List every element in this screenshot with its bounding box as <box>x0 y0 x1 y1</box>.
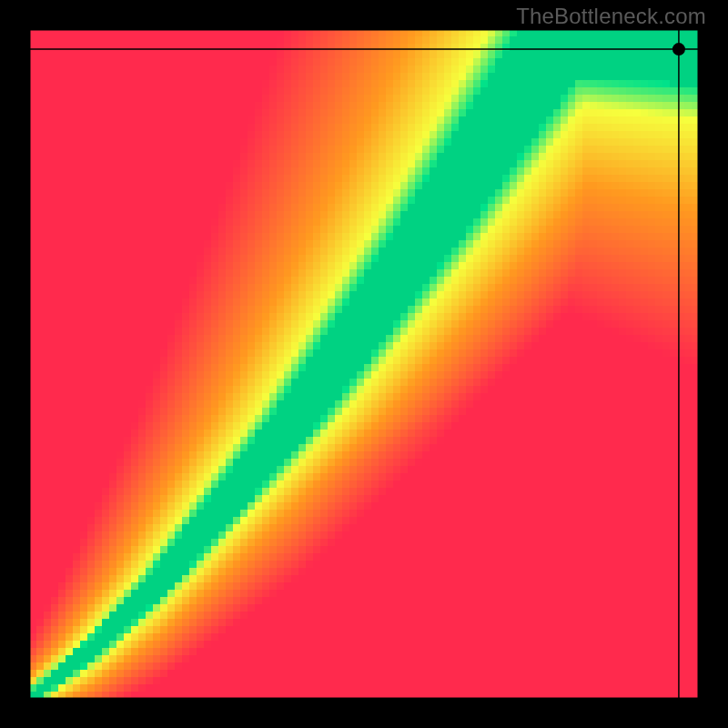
heatmap-canvas <box>29 29 699 699</box>
watermark-text: TheBottleneck.com <box>516 4 706 29</box>
chart-frame: TheBottleneck.com <box>0 0 728 728</box>
heatmap-plot <box>29 29 699 699</box>
